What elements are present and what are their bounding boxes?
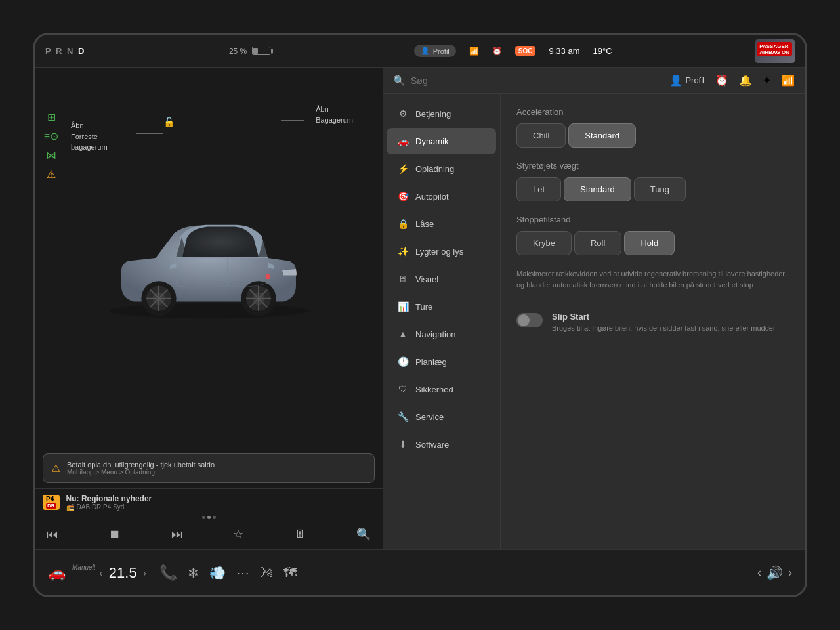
temp-decrease[interactable]: ‹	[100, 568, 103, 578]
volume-control: ‹ 🔊 ›	[757, 565, 792, 581]
menu-item-ture[interactable]: 📊 Ture	[387, 293, 496, 320]
airbag-indicator: PASSAGERAIRBAG ON	[755, 39, 795, 63]
dynamik-icon: 🚗	[397, 136, 409, 146]
search-icon: 🔍	[393, 75, 406, 87]
bluetooth-icon-search[interactable]: ✦	[763, 74, 771, 87]
top-bar-left: P R N D	[45, 46, 85, 56]
dot-3	[213, 516, 216, 519]
temp-increase[interactable]: ›	[143, 568, 146, 578]
alert-box: ⚠ Betalt opla dn. utilgængelig - tjek ub…	[43, 453, 375, 483]
temp-label: Manuelt	[72, 564, 96, 571]
menu-item-laase[interactable]: 🔒 Låse	[387, 211, 496, 237]
soc-badge: SOC	[515, 46, 536, 56]
menu-item-software[interactable]: ⬇ Software	[387, 431, 496, 457]
steering-standard[interactable]: Standard	[564, 177, 631, 201]
menu-item-sikkerhed[interactable]: 🛡 Sikkerhed	[387, 376, 496, 402]
dots-indicator	[43, 513, 375, 522]
dot-1	[202, 516, 205, 519]
betjening-icon: ⚙	[397, 108, 409, 119]
ture-icon: 📊	[397, 301, 409, 312]
svg-point-15	[265, 274, 270, 280]
profile-btn-search[interactable]: 👤 Profil	[669, 74, 705, 87]
stop-button[interactable]: ⏹	[105, 528, 125, 541]
menu-item-dynamik[interactable]: 🚗 Dynamik	[387, 128, 496, 154]
nav-right-icon[interactable]: ›	[788, 566, 792, 579]
equalizer-button[interactable]: 🎚	[290, 528, 310, 541]
menu-item-lygter[interactable]: ✨ Lygter og lys	[387, 238, 496, 264]
left-panel: ⊞ ≡⊙ ⋈ ⚠ Åbn Forreste bagagerum 🔓 Åbn Ba…	[35, 68, 383, 549]
steering-title: Styretøjets vægt	[516, 161, 789, 171]
car-icon-bottom[interactable]: 🚗	[48, 564, 66, 581]
bell-icon-search[interactable]: 🔔	[739, 74, 752, 87]
battery-percent: 25 %	[229, 47, 247, 56]
menu-item-service[interactable]: 🔧 Service	[387, 404, 496, 430]
stop-hold[interactable]: Hold	[624, 231, 675, 255]
navigation-icon: ▲	[397, 329, 409, 339]
climate-icon[interactable]: ❄	[188, 565, 199, 581]
slip-start-toggle[interactable]	[516, 313, 543, 327]
nav-left-icon[interactable]: ‹	[757, 566, 761, 579]
map-icon[interactable]: 🗺	[284, 565, 297, 580]
divider-1	[516, 301, 789, 301]
lock-icon-forreste: 🔓	[163, 117, 175, 127]
menu-item-planlaeg[interactable]: 🕐 Planlæg	[387, 348, 496, 375]
media-badge: P4 DR	[43, 495, 60, 510]
search-icons: 👤 Profil ⏰ 🔔 ✦ 📶	[669, 74, 795, 87]
svg-point-0	[109, 303, 308, 318]
steering-tung[interactable]: Tung	[634, 177, 686, 201]
software-icon: ⬇	[397, 439, 409, 450]
right-body: ⚙ Betjening 🚗 Dynamik ⚡ Opladning 🎯 Auto…	[383, 94, 805, 549]
sikkerhed-icon: 🛡	[397, 384, 409, 394]
settings-content: Acceleration Chill Standard Styretøjets …	[501, 94, 805, 549]
steering-options: Let Standard Tung	[516, 177, 789, 201]
alert-text: Betalt opla dn. utilgængelig - tjek ubet…	[67, 461, 215, 476]
battery-icon	[252, 47, 270, 55]
alert-icon: ⚠	[51, 462, 60, 474]
car-svg	[84, 186, 333, 330]
stop-krybe[interactable]: Krybe	[516, 231, 572, 255]
fan-icon[interactable]: 💨	[209, 565, 226, 581]
acceleration-chill[interactable]: Chill	[516, 123, 566, 148]
stop-roll[interactable]: Roll	[574, 231, 621, 255]
stop-options: Krybe Roll Hold	[516, 231, 789, 255]
menu-item-autopilot[interactable]: 🎯 Autopilot	[387, 183, 496, 209]
stop-description: Maksimerer rækkevidden ved at udvide reg…	[516, 268, 789, 290]
acceleration-title: Acceleration	[516, 107, 789, 117]
search-bar: 🔍 👤 Profil ⏰ 🔔 ✦ 📶	[383, 68, 805, 94]
car-area: Åbn Forreste bagagerum 🔓 Åbn Bagagerum	[35, 68, 383, 448]
top-bar-right: PASSAGERAIRBAG ON	[755, 39, 795, 63]
top-status-bar: P R N D 25 % 👤 Profil 📶 ⏰ SOC 9.33 am 19…	[35, 35, 805, 68]
more-icon[interactable]: ⋯	[236, 565, 249, 581]
media-bar: P4 DR Nu: Regionale nyheder 📻 DAB DR P4 …	[35, 488, 383, 549]
media-info: P4 DR Nu: Regionale nyheder 📻 DAB DR P4 …	[43, 494, 375, 511]
slip-start-label: Slip Start Bruges til at frigøre bilen, …	[552, 312, 777, 333]
battery-section: 25 %	[229, 47, 270, 56]
volume-icon[interactable]: 🔊	[766, 565, 783, 581]
favorite-button[interactable]: ☆	[229, 527, 247, 541]
search-input[interactable]	[411, 75, 526, 86]
menu-item-opladning[interactable]: ⚡ Opladning	[387, 156, 496, 182]
media-controls: ⏮ ⏹ ⏭ ☆ 🎚 🔍	[43, 524, 375, 544]
main-content: ⊞ ≡⊙ ⋈ ⚠ Åbn Forreste bagagerum 🔓 Åbn Ba…	[35, 68, 805, 549]
prev-button[interactable]: ⏮	[43, 528, 62, 541]
menu-item-navigation[interactable]: ▲ Navigation	[387, 321, 496, 347]
acceleration-standard[interactable]: Standard	[568, 123, 636, 148]
opladning-icon: ⚡	[397, 163, 409, 174]
wifi-icon-top: 📶	[469, 47, 479, 56]
phone-icon[interactable]: 📞	[159, 564, 177, 581]
laase-icon: 🔒	[397, 219, 409, 229]
alarm-icon-search[interactable]: ⏰	[715, 74, 728, 87]
steering-let[interactable]: Let	[516, 177, 561, 201]
tesla-screen: P R N D 25 % 👤 Profil 📶 ⏰ SOC 9.33 am 19…	[33, 33, 807, 597]
menu-item-visuel[interactable]: 🖥 Visuel	[387, 266, 496, 292]
profile-button-top[interactable]: 👤 Profil	[414, 45, 456, 57]
prnd-indicator: P R N D	[45, 46, 85, 56]
search-media-button[interactable]: 🔍	[352, 527, 375, 541]
wifi-icon-search[interactable]: 📶	[782, 74, 795, 87]
service-icon: 🔧	[397, 411, 409, 422]
next-button[interactable]: ⏭	[167, 528, 187, 541]
bagagerum-line	[281, 120, 304, 121]
wind-icon[interactable]: 🌬	[260, 565, 273, 580]
forreste-line	[136, 133, 163, 134]
menu-item-betjening[interactable]: ⚙ Betjening	[387, 100, 496, 127]
